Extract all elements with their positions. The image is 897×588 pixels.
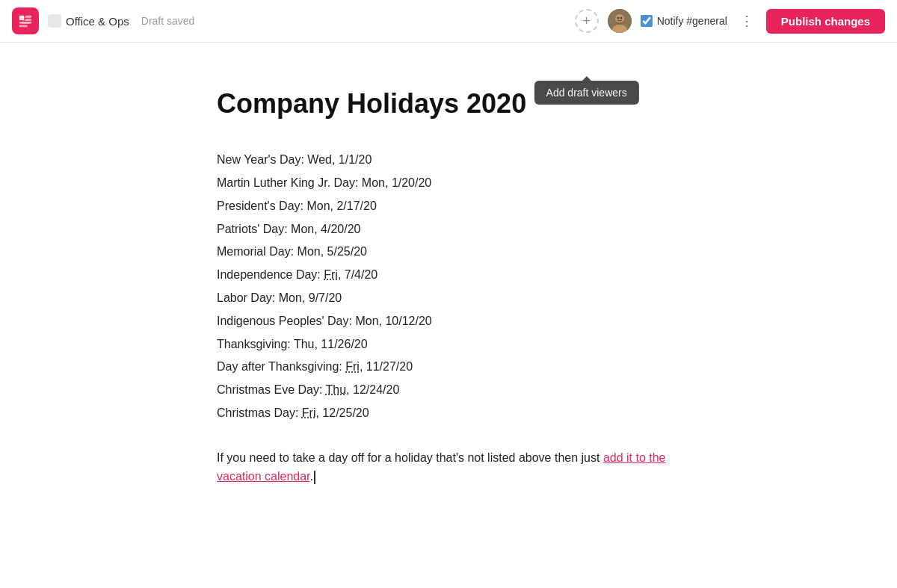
notify-label: Notify #general [657, 15, 727, 27]
document-content: Company Holidays 2020 New Year's Day: We… [112, 43, 785, 531]
list-item: Day after Thanksgiving: Fri, 11/27/20 [217, 356, 680, 378]
list-item: Christmas Day: Fri, 12/25/20 [217, 403, 680, 424]
workspace-icon [48, 14, 61, 28]
list-item: Thanksgiving: Thu, 11/26/20 [217, 334, 680, 356]
svg-rect-4 [19, 25, 28, 28]
add-draft-viewers-tooltip: Add draft viewers [534, 81, 639, 105]
add-draft-viewers-button[interactable]: + [575, 9, 599, 33]
svg-rect-3 [19, 22, 32, 24]
topbar: Office & Ops Draft saved + Add draft vie… [0, 0, 897, 43]
svg-rect-0 [19, 16, 24, 20]
list-item: Independence Day: Fri, 7/4/20 [217, 264, 680, 286]
list-item: New Year's Day: Wed, 1/1/20 [217, 149, 680, 171]
list-item: Patriots' Day: Mon, 4/20/20 [217, 219, 680, 241]
day-underline: Thu [326, 383, 347, 396]
plus-icon: + [582, 13, 591, 29]
add-viewer-container: + Add draft viewers [575, 9, 599, 33]
day-underline: Fri [324, 268, 338, 281]
cursor [314, 471, 315, 484]
list-item: Labor Day: Mon, 9/7/20 [217, 288, 680, 309]
avatar-image [608, 9, 632, 33]
footer-text: If you need to take a day off for a holi… [217, 448, 680, 486]
list-item: Memorial Day: Mon, 5/25/20 [217, 241, 680, 263]
list-item: Indigenous Peoples' Day: Mon, 10/12/20 [217, 311, 680, 332]
list-item: Christmas Eve Day: Thu, 12/24/20 [217, 380, 680, 401]
notify-checkbox[interactable] [641, 15, 653, 27]
svg-rect-2 [25, 19, 31, 21]
topbar-right: + Add draft viewers [575, 9, 885, 34]
more-options-button[interactable]: ⋮ [736, 10, 757, 31]
list-item: Martin Luther King Jr. Day: Mon, 1/20/20 [217, 173, 680, 194]
workspace-name: Office & Ops [66, 15, 129, 28]
publish-changes-button[interactable]: Publish changes [766, 9, 885, 34]
notify-section: Notify #general [641, 15, 727, 27]
workspace-link[interactable]: Office & Ops [48, 14, 129, 28]
draft-status: Draft saved [141, 15, 195, 27]
svg-point-8 [617, 17, 619, 19]
day-underline: Fri [302, 406, 316, 419]
logo [12, 7, 39, 34]
day-underline: Fri [345, 360, 360, 373]
list-item: President's Day: Mon, 2/17/20 [217, 196, 680, 217]
svg-rect-1 [25, 16, 31, 18]
avatar[interactable] [608, 9, 632, 33]
svg-point-9 [620, 17, 622, 19]
holiday-list: New Year's Day: Wed, 1/1/20 Martin Luthe… [217, 149, 680, 424]
